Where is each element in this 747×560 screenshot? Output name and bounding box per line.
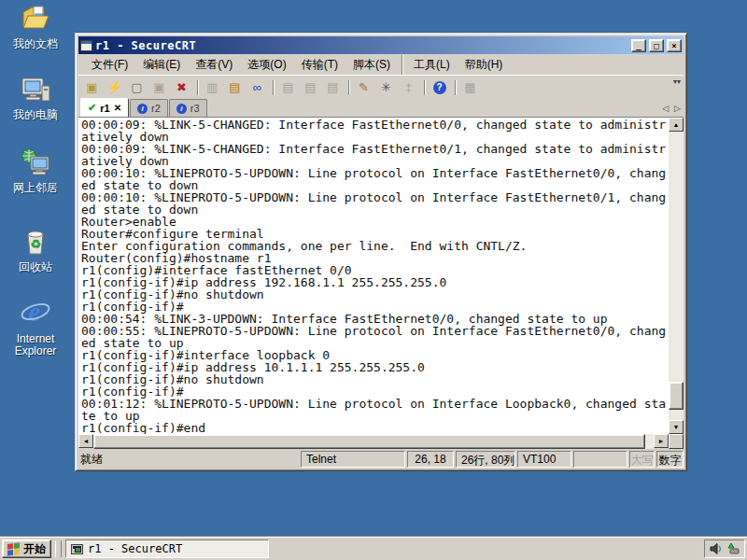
menu-script[interactable]: 脚本(S) [345, 55, 398, 75]
status-protocol: Telnet [301, 451, 405, 468]
svg-text:♻: ♻ [30, 237, 41, 251]
toolbar-separator [345, 78, 352, 97]
menu-tools: 工具(L) [402, 55, 458, 75]
minimize-button[interactable]: _ [631, 39, 646, 52]
terminal-line: 00:01:12: %LINEPROTO-5-UPDOWN: Line prot… [81, 398, 669, 410]
menu-transfer[interactable]: 传输(T) [294, 55, 345, 75]
horizontal-scroll-thumb[interactable] [93, 434, 645, 449]
status-empty-panel [573, 451, 627, 468]
start-button[interactable]: 开始 [2, 539, 51, 558]
my-documents-icon [20, 4, 51, 34]
vertical-scroll-thumb[interactable] [669, 382, 684, 410]
status-caps-lock: 大写 [629, 451, 655, 468]
info-icon: i [176, 104, 187, 114]
volume-icon[interactable] [710, 542, 723, 555]
menu-file[interactable]: 文件(F) [84, 55, 135, 75]
copy-icon[interactable]: ▥ [202, 78, 223, 97]
toolbar-separator [193, 78, 201, 97]
help-icon[interactable]: ? [429, 78, 450, 97]
terminal-line: r1(config-if)#end [81, 422, 669, 434]
tab-scroll-arrows: ◁ ▷ [662, 99, 684, 117]
scroll-down-icon[interactable]: ▼ [669, 420, 684, 434]
tab-r3[interactable]: i r3 [169, 99, 207, 117]
desktop-icon-label: 我的电脑 [1, 109, 70, 121]
desktop-icon-recycle-bin[interactable]: ♻ 回收站 [1, 227, 70, 273]
desktop-icon-label: 我的文档 [1, 38, 70, 50]
status-cursor-position: 26, 18 [407, 451, 454, 468]
toolbar-separator [420, 78, 428, 97]
remove-hardware-icon[interactable] [726, 542, 740, 555]
terminal-line: 00:00:09: %LINK-5-CHANGED: Interface Fas… [81, 143, 669, 155]
scroll-right-icon[interactable]: ► [654, 434, 669, 448]
print-icon[interactable]: ▤ [277, 78, 299, 97]
title-bar[interactable]: r1 - SecureCRT _ □ × [78, 36, 684, 54]
taskbar-grip [55, 540, 62, 557]
tab-scroll-left-icon[interactable]: ◁ [662, 104, 669, 113]
tab-close-icon[interactable]: ✕ [114, 103, 121, 113]
my-computer-icon [20, 75, 51, 105]
desktop-icon-internet-explorer[interactable]: e Internet Explorer [1, 297, 70, 357]
global-options-icon[interactable]: ✳ [375, 78, 397, 97]
desktop: 我的文档 我的电脑 网上邻居 ♻ 回收站 [0, 0, 747, 560]
connected-check-icon: ✔ [88, 102, 96, 114]
session-options-icon[interactable]: ✎ [353, 78, 374, 97]
desktop-icon-label: 网上邻居 [1, 182, 70, 194]
vertical-scroll-track[interactable] [669, 132, 684, 420]
status-bar: 就绪 Telnet 26, 18 26行, 80列 VT100 大写 数字 [78, 449, 684, 468]
securecrt-window-icon [71, 544, 83, 554]
disconnect-icon[interactable]: ✖ [171, 78, 192, 97]
svg-text:e: e [28, 297, 40, 327]
network-places-icon [20, 147, 51, 177]
paste-icon[interactable]: ▤ [224, 78, 246, 97]
toolbar-separator [451, 78, 458, 97]
toolbar-separator [269, 78, 276, 97]
tab-r1[interactable]: ✔ r1 ✕ [80, 98, 129, 117]
desktop-icon-my-documents[interactable]: 我的文档 [1, 4, 70, 50]
menu-help[interactable]: 帮助(H) [458, 55, 511, 75]
horizontal-scrollbar[interactable]: ◄ ► [78, 434, 684, 449]
tab-r2[interactable]: i r2 [130, 99, 168, 117]
system-tray [704, 539, 745, 558]
app-icon [80, 40, 92, 51]
scroll-left-icon[interactable]: ◄ [78, 434, 93, 448]
auto-hide-icon[interactable]: ▦ [459, 78, 481, 97]
start-label: 开始 [23, 541, 46, 557]
connect-dialog-icon[interactable]: ▣ [81, 78, 103, 97]
toolbar: ▣ ⚡ ▢ ▣ ✖ ▥ ▤ ∞ ▤ ▤ [78, 75, 684, 99]
recycle-bin-icon: ♻ [20, 227, 51, 257]
new-session-icon[interactable]: ▢ [126, 78, 148, 97]
menu-bar: 文件(F) 编辑(E) 查看(V) 选项(O) 传输(T) 脚本(S) 工具(L… [78, 54, 684, 75]
status-emulation: VT100 [517, 451, 571, 468]
print-setup-icon[interactable]: ▤ [322, 78, 344, 97]
menu-options[interactable]: 选项(O) [240, 55, 293, 75]
status-ready: 就绪 [78, 451, 299, 468]
status-num-lock: 数字 [656, 451, 684, 468]
tab-label: r2 [151, 103, 161, 114]
scroll-corner [669, 434, 684, 449]
reconnect-icon[interactable]: ▣ [148, 78, 170, 97]
close-button[interactable]: × [667, 39, 682, 52]
vertical-scrollbar[interactable]: ▲ ▼ [669, 118, 684, 434]
menu-edit[interactable]: 编辑(E) [135, 55, 188, 75]
tab-scroll-right-icon[interactable]: ▷ [674, 104, 681, 113]
tab-label: r3 [190, 103, 200, 114]
quick-connect-icon[interactable]: ⚡ [104, 78, 125, 97]
terminal-region: 00:00:09: %LINK-5-CHANGED: Interface Fas… [78, 118, 684, 434]
desktop-icon-my-computer[interactable]: 我的电脑 [1, 75, 70, 121]
window-title: r1 - SecureCRT [95, 39, 628, 52]
scroll-up-icon[interactable]: ▲ [669, 118, 684, 132]
terminal-output[interactable]: 00:00:09: %LINK-5-CHANGED: Interface Fas… [78, 118, 669, 434]
find-icon[interactable]: ∞ [247, 78, 268, 97]
desktop-icon-network-places[interactable]: 网上邻居 [1, 147, 70, 194]
tab-bar: ✔ r1 ✕ i r2 i r3 ◁ ▷ [78, 99, 684, 118]
tab-label: r1 [100, 103, 109, 114]
terminal-line: 00:00:09: %LINK-5-CHANGED: Interface Fas… [81, 119, 669, 131]
key-icon[interactable]: ‡ [398, 78, 419, 97]
horizontal-scroll-track[interactable] [93, 434, 654, 449]
task-button-securecrt[interactable]: r1 - SecureCRT [65, 539, 269, 558]
print-preview-icon[interactable]: ▤ [300, 78, 321, 97]
menu-view[interactable]: 查看(V) [188, 55, 240, 75]
taskbar: 开始 r1 - SecureCRT [0, 537, 747, 560]
toolbar-overflow-chevron-icon[interactable]: ▾▾ [673, 77, 681, 86]
maximize-button[interactable]: □ [649, 39, 664, 52]
